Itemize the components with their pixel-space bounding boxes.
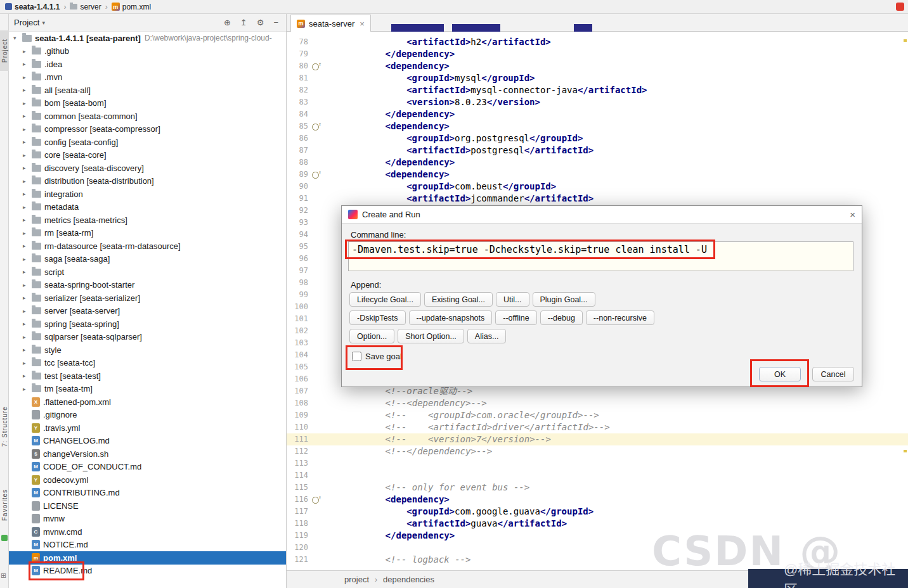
line-number: 87 bbox=[287, 144, 308, 157]
tree-item[interactable]: ▸discovery [seata-discovery] bbox=[9, 162, 286, 175]
append-button[interactable]: --debug bbox=[540, 310, 583, 325]
append-button[interactable]: Option... bbox=[349, 329, 394, 343]
tree-item[interactable]: README.md bbox=[9, 565, 286, 578]
tool-button-favorites[interactable]: Favorites bbox=[0, 484, 9, 526]
append-button[interactable]: Alias... bbox=[467, 329, 507, 343]
tree-item[interactable]: ▸test [seata-test] bbox=[9, 369, 286, 383]
tree-item[interactable]: ▸seata-spring-boot-starter bbox=[9, 279, 286, 292]
hide-panel-icon[interactable]: − bbox=[273, 18, 278, 27]
tree-item[interactable]: ▸metadata bbox=[9, 201, 286, 214]
tree-item[interactable]: ▸config [seata-config] bbox=[9, 136, 286, 149]
tree-item[interactable]: codecov.yml bbox=[9, 473, 286, 487]
save-goal-checkbox[interactable] bbox=[352, 352, 361, 361]
tree-item[interactable]: ▸all [seata-all] bbox=[9, 84, 286, 97]
tree-item[interactable]: NOTICE.md bbox=[9, 539, 286, 552]
tree-item[interactable]: ▸distribution [seata-distribution] bbox=[9, 175, 286, 188]
plugin-icon[interactable] bbox=[1, 535, 8, 541]
tree-item[interactable]: changeVersion.sh bbox=[9, 447, 286, 461]
gutter-space bbox=[308, 132, 325, 144]
tree-item[interactable]: ▸.mvn bbox=[9, 71, 286, 84]
breadcrumb-server[interactable]: server bbox=[68, 3, 102, 11]
gutter-space bbox=[308, 96, 325, 108]
tree-item[interactable]: CODE_OF_CONDUCT.md bbox=[9, 461, 286, 474]
append-button[interactable]: Existing Goal... bbox=[424, 292, 493, 307]
code-line: 84</dependency> bbox=[287, 108, 908, 120]
tree-item[interactable]: ▸rm [seata-rm] bbox=[9, 227, 286, 240]
tree-item[interactable]: .flattened-pom.xml bbox=[9, 395, 286, 409]
tree-item[interactable]: ▸.github bbox=[9, 45, 286, 58]
tree-item[interactable]: CHANGELOG.md bbox=[9, 435, 286, 448]
maven-goal-icon[interactable] bbox=[308, 120, 325, 132]
tree-item[interactable]: mvnw bbox=[9, 513, 286, 526]
tree-item[interactable]: .travis.yml bbox=[9, 421, 286, 435]
locate-file-icon[interactable]: ⊕ bbox=[224, 18, 231, 27]
tree-item-label: .gitignore bbox=[43, 410, 77, 419]
command-line-input[interactable]: -Dmaven.test.skip=true -Dcheckstyle.skip… bbox=[348, 241, 853, 271]
tree-item[interactable]: ▸bom [seata-bom] bbox=[9, 97, 286, 110]
tree-item[interactable]: .gitignore bbox=[9, 409, 286, 422]
maven-goal-icon[interactable] bbox=[308, 494, 325, 506]
tree-item-label: CODE_OF_CONDUCT.md bbox=[43, 462, 141, 471]
tree-item[interactable]: ▸serializer [seata-serializer] bbox=[9, 291, 286, 305]
tree-item[interactable]: ▸script bbox=[9, 265, 286, 279]
maven-goal-icon[interactable] bbox=[308, 60, 325, 72]
crumb-project[interactable]: project bbox=[344, 575, 369, 584]
tree-item[interactable]: ▸rm-datasource [seata-rm-datasource] bbox=[9, 240, 286, 253]
tree-item[interactable]: ▸.idea bbox=[9, 58, 286, 71]
tree-item[interactable]: ▸integration bbox=[9, 188, 286, 201]
gutter-space bbox=[308, 84, 325, 96]
folder-icon bbox=[32, 333, 41, 340]
tree-item[interactable]: CONTRIBUTING.md bbox=[9, 487, 286, 500]
tree-item[interactable]: ▸core [seata-core] bbox=[9, 149, 286, 162]
chevron-expanded-icon[interactable]: ▾ bbox=[13, 35, 22, 41]
folder-icon bbox=[32, 61, 41, 68]
line-number: 103 bbox=[287, 337, 308, 349]
ok-button[interactable]: OK bbox=[759, 367, 801, 381]
append-button[interactable]: --non-recursive bbox=[586, 310, 654, 325]
red-marker-icon[interactable] bbox=[896, 3, 904, 11]
tool-button-project[interactable]: Project bbox=[0, 30, 9, 71]
code-line: 110<!-- <artifactId>driver</artifactId>-… bbox=[287, 421, 908, 433]
tree-item[interactable]: ▸metrics [seata-metrics] bbox=[9, 214, 286, 227]
code-text: <groupId>com.google.guava</groupId> bbox=[364, 506, 593, 518]
tree-item[interactable]: mvnw.cmd bbox=[9, 525, 286, 539]
tree-item[interactable]: ▸tm [seata-tm] bbox=[9, 383, 286, 396]
append-button[interactable]: Util... bbox=[496, 292, 529, 307]
code-line: 119</dependency> bbox=[287, 530, 908, 542]
gear-icon[interactable]: ⚙ bbox=[257, 18, 264, 27]
tree-item-label: NOTICE.md bbox=[43, 540, 88, 549]
line-number: 114 bbox=[287, 470, 308, 482]
tree-item[interactable]: ▸server [seata-server] bbox=[9, 305, 286, 318]
append-button[interactable]: --offline bbox=[495, 310, 536, 325]
cancel-button[interactable]: Cancel bbox=[812, 367, 854, 381]
close-icon[interactable]: × bbox=[360, 19, 365, 29]
crumb-dependencies[interactable]: dependencies bbox=[383, 575, 434, 584]
breadcrumb-project[interactable]: seata-1.4.1.1 bbox=[4, 3, 61, 11]
tree-item-root[interactable]: ▾ seata-1.4.1.1 [seata-parent] D:\webwor… bbox=[9, 32, 286, 45]
tool-windows-icon[interactable]: ⊞ bbox=[1, 572, 6, 580]
maven-goal-icon[interactable] bbox=[308, 169, 325, 181]
tree-item[interactable]: ▸tcc [seata-tcc] bbox=[9, 357, 286, 370]
collapse-all-icon[interactable]: ↥ bbox=[240, 18, 247, 27]
tree-item[interactable]: ▸common [seata-common] bbox=[9, 110, 286, 123]
append-button[interactable]: Plugin Goal... bbox=[533, 292, 595, 307]
code-line: 109<!-- <groupId>com.oracle</groupId>--> bbox=[287, 409, 908, 421]
tree-item[interactable]: ▸style bbox=[9, 343, 286, 357]
breadcrumb-pom[interactable]: pom.xml bbox=[110, 3, 152, 11]
code-text: <!-- <version>7</version>--> bbox=[364, 433, 551, 445]
tree-item[interactable]: ▸saga [seata-saga] bbox=[9, 253, 286, 266]
tree-item-label: .mvn bbox=[44, 72, 62, 82]
project-view-selector[interactable]: Project ▾ bbox=[14, 18, 45, 27]
append-button[interactable]: Short Option... bbox=[398, 329, 464, 343]
tool-button-structure[interactable]: 7: Structure bbox=[0, 402, 9, 451]
tree-item[interactable]: ▸sqlparser [seata-sqlparser] bbox=[9, 331, 286, 344]
append-button[interactable]: Lifecycle Goal... bbox=[349, 292, 421, 307]
append-button[interactable]: --update-snapshots bbox=[409, 310, 493, 325]
tree-item[interactable]: ▸compressor [seata-compressor] bbox=[9, 123, 286, 136]
close-icon[interactable]: × bbox=[850, 209, 855, 220]
tree-item[interactable]: ▸spring [seata-spring] bbox=[9, 317, 286, 331]
append-button[interactable]: -DskipTests bbox=[349, 310, 406, 325]
tree-item[interactable]: LICENSE bbox=[9, 499, 286, 513]
tree-item[interactable]: pom.xml bbox=[9, 551, 286, 565]
tab-seata-server[interactable]: seata-server × bbox=[290, 15, 371, 32]
